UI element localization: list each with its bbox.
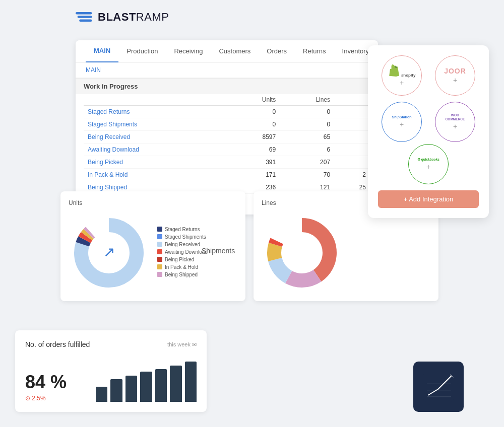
- wip-section-title: Work in Progress: [76, 79, 378, 94]
- col-header-label: [84, 94, 227, 106]
- wip-table: Units Lines Staged Returns 0 0 Staged Sh…: [84, 94, 370, 194]
- row-units: 171: [227, 169, 280, 181]
- svg-text:↗: ↗: [103, 244, 115, 260]
- row-units: 69: [227, 144, 280, 156]
- logo-text: BLASTRAMP: [98, 11, 169, 24]
- row-label: Staged Returns: [84, 106, 227, 118]
- units-chart-title: Units: [69, 199, 237, 206]
- logo-area: BLASTRAMP: [76, 10, 169, 24]
- svg-point-15: [282, 233, 322, 273]
- row-label: Being Picked: [84, 156, 227, 169]
- analytics-chart-icon: [421, 369, 456, 404]
- orders-period: this week ✉: [167, 341, 197, 348]
- table-row[interactable]: In Pack & Hold 171 70 2: [84, 169, 370, 181]
- add-integration-button[interactable]: + Add Integration: [378, 190, 479, 208]
- row-extra: [334, 144, 370, 156]
- legend-item: Being Received: [157, 242, 208, 247]
- row-lines: 0: [280, 106, 334, 118]
- orders-percent: 84 %: [25, 372, 67, 393]
- legend-color-dot: [157, 249, 162, 254]
- shipstation-plus-icon: +: [400, 120, 404, 128]
- woocommerce-plus-icon: +: [453, 122, 457, 130]
- main-wrapper: BLASTRAMP MAIN Production Receiving Cust…: [0, 0, 504, 427]
- row-lines: 0: [280, 118, 334, 131]
- row-lines: 65: [280, 131, 334, 144]
- blastramp-logo-icon: [76, 10, 94, 24]
- legend-color-dot: [157, 264, 162, 269]
- integration-woocommerce[interactable]: WOOCOMMERCE +: [435, 102, 475, 142]
- svg-rect-2: [79, 20, 92, 22]
- row-label: Awaiting Download: [84, 144, 227, 156]
- integration-card: shopify + JOOR + ShipStation + WOOCOMMER…: [368, 45, 489, 218]
- nav-item-returns[interactable]: Returns: [295, 40, 334, 62]
- breadcrumb: MAIN: [76, 62, 378, 78]
- legend-item: In Pack & Hold: [157, 264, 208, 270]
- bar: [110, 379, 122, 402]
- nav-item-main[interactable]: MAIN: [86, 40, 118, 62]
- woocommerce-logo: WOOCOMMERCE: [446, 113, 465, 121]
- quickbooks-logo: ⚙ quickbooks: [417, 158, 439, 162]
- svg-rect-16: [423, 372, 454, 402]
- orders-header: No. of orders fulfilled this week ✉: [25, 340, 197, 348]
- dashboard-card: MAIN Production Receiving Customers Orde…: [76, 40, 378, 215]
- row-extra: [334, 118, 370, 131]
- nav-item-receiving[interactable]: Receiving: [166, 40, 211, 62]
- row-units: 391: [227, 156, 280, 169]
- nav-bar: MAIN Production Receiving Customers Orde…: [76, 40, 378, 62]
- row-extra: [334, 131, 370, 144]
- bar: [125, 376, 137, 402]
- nav-item-production[interactable]: Production: [118, 40, 166, 62]
- integration-shopify[interactable]: shopify +: [382, 55, 422, 96]
- units-chart-card: Units ↗: [60, 191, 245, 301]
- table-row[interactable]: Staged Shipments 0 0: [84, 118, 370, 131]
- joor-logo: JOOR: [444, 67, 466, 76]
- row-units: 8597: [227, 131, 280, 144]
- legend-item: Being Picked: [157, 257, 208, 262]
- col-header-units: Units: [227, 94, 280, 106]
- legend-item: Being Shipped: [157, 272, 208, 277]
- legend-item: Staged Shipments: [157, 234, 208, 240]
- row-label: Being Received: [84, 131, 227, 144]
- lines-donut-area: [262, 212, 430, 293]
- integration-grid: shopify + JOOR + ShipStation + WOOCOMMER…: [378, 55, 479, 142]
- nav-item-orders[interactable]: Orders: [259, 40, 295, 62]
- table-row[interactable]: Awaiting Download 69 6: [84, 144, 370, 156]
- shopify-plus-icon: +: [400, 79, 404, 87]
- bar: [96, 387, 107, 402]
- shipments-label: Shipments: [202, 247, 235, 255]
- row-lines: 70: [280, 169, 334, 181]
- orders-title: No. of orders fulfilled: [25, 340, 90, 348]
- col-header-lines: Lines: [280, 94, 334, 106]
- legend-color-dot: [157, 242, 162, 247]
- units-chart-legend: Staged Returns Staged Shipments Being Re…: [157, 227, 208, 279]
- bar: [140, 372, 152, 402]
- orders-fulfilled-card: No. of orders fulfilled this week ✉ 84 %…: [15, 330, 207, 412]
- integration-joor[interactable]: JOOR +: [435, 55, 475, 96]
- integration-quickbooks[interactable]: ⚙ quickbooks +: [408, 144, 449, 184]
- orders-change: ⊙ 2.5%: [25, 395, 67, 402]
- row-label: Staged Shipments: [84, 118, 227, 131]
- legend-item: Awaiting Download: [157, 249, 208, 255]
- units-donut-svg: ↗: [69, 212, 149, 293]
- lines-donut-svg: [262, 212, 342, 293]
- bar: [170, 366, 181, 402]
- legend-color-dot: [157, 227, 162, 232]
- legend-color-dot: [157, 257, 162, 262]
- integration-shipstation[interactable]: ShipStation +: [382, 102, 422, 142]
- shipstation-logo: ShipStation: [392, 115, 412, 119]
- table-row[interactable]: Staged Returns 0 0: [84, 106, 370, 118]
- analytics-mini-card[interactable]: [413, 362, 464, 412]
- bar: [155, 369, 167, 402]
- table-row[interactable]: Being Picked 391 207: [84, 156, 370, 169]
- table-row[interactable]: Being Received 8597 65: [84, 131, 370, 144]
- bar: [185, 362, 197, 402]
- row-label: In Pack & Hold: [84, 169, 227, 181]
- row-extra: [334, 156, 370, 169]
- col-header-extra: [334, 94, 370, 106]
- nav-item-customers[interactable]: Customers: [211, 40, 259, 62]
- legend-item: Staged Returns: [157, 227, 208, 232]
- legend-label: Being Received: [165, 242, 200, 247]
- svg-rect-0: [76, 12, 92, 15]
- legend-label: Staged Returns: [165, 227, 200, 232]
- joor-plus-icon: +: [453, 76, 457, 84]
